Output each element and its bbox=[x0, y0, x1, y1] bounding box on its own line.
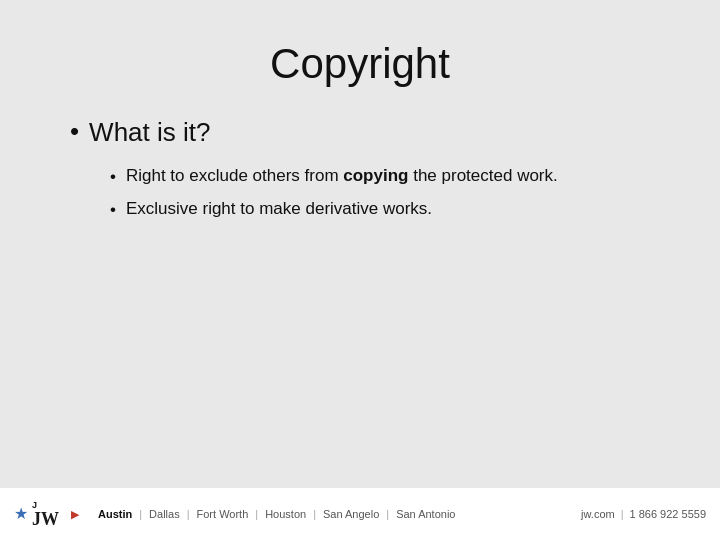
sub-bullet-text-1: Right to exclude others from copying the… bbox=[126, 164, 558, 189]
jw-logo: ★ J JW bbox=[14, 501, 59, 528]
footer-phone: 1 866 922 5559 bbox=[630, 508, 706, 520]
sub-bullet-2: • Exclusive right to make derivative wor… bbox=[110, 197, 660, 223]
slide-title: Copyright bbox=[60, 40, 660, 88]
footer-right: jw.com | 1 866 922 5559 bbox=[581, 508, 706, 520]
footer-city-sanangelo: San Angelo bbox=[316, 508, 386, 520]
slide: Copyright • What is it? • Right to exclu… bbox=[0, 0, 720, 540]
sub-bullet-text-2: Exclusive right to make derivative works… bbox=[126, 197, 432, 222]
sub-bullets: • Right to exclude others from copying t… bbox=[110, 164, 660, 223]
sub-bullet-1: • Right to exclude others from copying t… bbox=[110, 164, 660, 190]
footer-city-sanantonio: San Antonio bbox=[389, 508, 462, 520]
footer-website: jw.com bbox=[581, 508, 615, 520]
footer-city-fortworth: Fort Worth bbox=[190, 508, 256, 520]
jw-text-bottom: JW bbox=[32, 510, 59, 528]
footer-city-houston: Houston bbox=[258, 508, 313, 520]
star-icon: ★ bbox=[14, 506, 28, 522]
footer: ★ J JW ▶ Austin | Dallas | Fort Worth | … bbox=[0, 488, 720, 540]
footer-sep-right: | bbox=[621, 508, 624, 520]
footer-arrow-icon: ▶ bbox=[71, 508, 79, 521]
bold-copying: copying bbox=[343, 166, 408, 185]
main-bullet: • What is it? bbox=[70, 116, 660, 150]
sub-bullet-dot-2: • bbox=[110, 198, 116, 223]
footer-cities: Austin | Dallas | Fort Worth | Houston |… bbox=[91, 508, 462, 520]
footer-city-austin: Austin bbox=[91, 508, 139, 520]
sub-bullet-dot-1: • bbox=[110, 165, 116, 190]
main-bullet-text: What is it? bbox=[89, 116, 210, 150]
main-bullet-dot: • bbox=[70, 116, 79, 147]
footer-city-dallas: Dallas bbox=[142, 508, 187, 520]
